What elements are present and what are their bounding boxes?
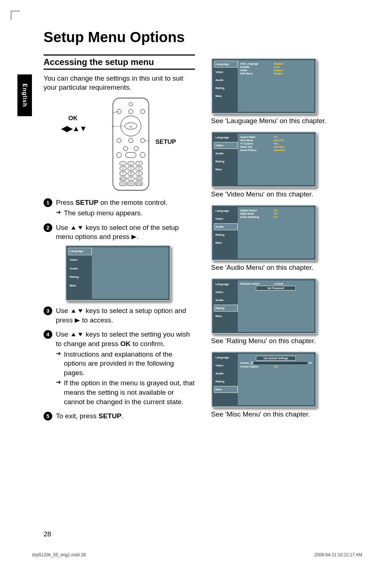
remote-icon: OK [112,97,150,191]
step-2: 2 Use ▲▼ keys to select one of the setup… [44,223,195,301]
svg-text:6: 6 [139,167,140,170]
svg-text:GOTO: GOTO [129,183,133,185]
svg-text:0: 0 [131,178,132,180]
step-3-num: 3 [44,306,52,315]
language-tab: English [17,74,32,116]
page: English Setup Menu Options Accessing the… [0,0,392,437]
svg-text:AUDIO: AUDIO [137,178,142,180]
page-title: Setup Menu Options [44,29,362,45]
section-rule: Accessing the setup menu [44,54,195,70]
right-column: Language Video Audio Rating Misc OSD Lan… [211,54,363,426]
caption-language: See 'Lauguage Menu' on this chapter. [211,117,363,125]
osd-blank: Language Video Audio Rating Misc [65,245,171,301]
svg-text:2: 2 [131,162,132,164]
footer-timestamp: 2008-04-21 10:22:17 AM [314,552,362,557]
steps-list: 1 Press SETUP on the remote control. The… [44,198,195,421]
step-2-num: 2 [44,223,52,232]
left-column: Accessing the setup menu You can change … [44,54,195,426]
svg-text:9: 9 [139,172,140,175]
step-4-sub2: If the option in the menu is grayed out,… [56,378,195,406]
svg-rect-0 [113,98,149,190]
svg-text:SUBTITLE: SUBTITLE [120,178,126,180]
svg-text:8: 8 [131,172,132,175]
arrow-label: ◀▶▲▼ [61,124,87,133]
osd-misc: Language Video Audio Rating Misc Use Def… [211,351,317,407]
step-4: 4 Use ▲▼ keys to select the setting you … [44,330,195,406]
caption-misc: See 'Misc Menu' on this chapter. [211,410,363,418]
svg-text:ZOOM: ZOOM [121,183,125,185]
svg-text:REPEAT: REPEAT [136,183,142,185]
page-number: 28 [44,530,51,538]
svg-text:OK: OK [129,126,132,128]
step-4-sub1: Instructions and explanations of the opt… [56,350,195,378]
remote-figure: OK ◀▶▲▼ SETUP OK [61,97,177,191]
footer-file: dvp5120k_55_eng1.indd 28 [32,552,86,557]
caption-rating: See 'Rating Menu' on this chapter. [211,337,363,345]
svg-text:3: 3 [139,162,140,164]
ok-label: OK [68,115,78,122]
svg-text:5: 5 [131,167,132,170]
osd-language: Language Video Audio Rating Misc OSD Lan… [211,58,317,114]
step-5-num: 5 [44,412,52,420]
osd-rating: Language Video Audio Rating Misc Parenta… [211,278,317,334]
svg-text:7: 7 [123,172,124,175]
step-3: 3 Use ▲▼ keys to select a setup option a… [44,306,195,325]
step-1: 1 Press SETUP on the remote control. The… [44,198,195,218]
section-heading: Accessing the setup menu [44,57,195,67]
osd-video: Language Video Audio Rating Misc Aspect … [211,131,317,187]
footer: dvp5120k_55_eng1.indd 28 2008-04-21 10:2… [32,552,362,557]
svg-text:4: 4 [123,167,124,170]
caption-video: See 'Video Menu' on this chapter. [211,190,363,198]
setup-label: SETUP [155,138,176,146]
step-5: 5 To exit, press SETUP. [44,411,195,421]
step-1-sub: The setup menu appears. [56,208,195,218]
intro-text: You can change the settings in this unit… [44,74,195,92]
step-4-num: 4 [44,330,52,339]
svg-text:1: 1 [123,162,124,164]
step-1-num: 1 [44,198,52,207]
caption-audio: See 'Audio Menu' on this chapter. [211,264,363,272]
osd-audio: Language Video Audio Rating Misc Digital… [211,205,317,261]
